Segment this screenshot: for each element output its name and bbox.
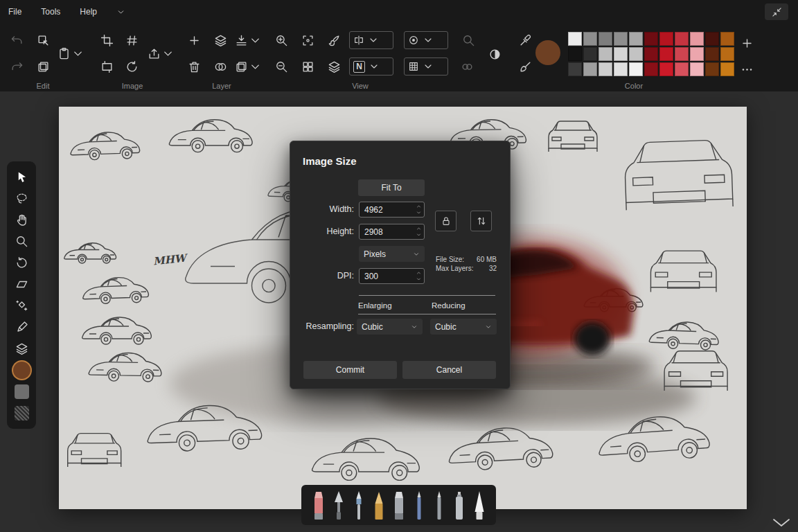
fine-liner-brush[interactable] bbox=[432, 490, 446, 522]
palette-swatch-1-8[interactable] bbox=[690, 47, 704, 61]
blend-layers-icon[interactable] bbox=[212, 58, 229, 75]
palette-swatch-0-4[interactable] bbox=[629, 32, 643, 46]
fit-to-button[interactable]: Fit To bbox=[358, 179, 425, 196]
select-tool[interactable] bbox=[12, 168, 31, 186]
palette-swatch-0-2[interactable] bbox=[598, 32, 612, 46]
expand-panel-button[interactable] bbox=[770, 517, 792, 529]
palette-swatch-1-7[interactable] bbox=[675, 47, 689, 61]
ink-pen-brush[interactable] bbox=[412, 490, 426, 522]
palette-swatch-2-3[interactable] bbox=[614, 62, 628, 76]
swap-dimensions-button[interactable] bbox=[470, 211, 492, 231]
copy-icon[interactable] bbox=[35, 32, 51, 48]
menu-collapse-chevron-icon[interactable] bbox=[116, 8, 125, 17]
chalk-brush[interactable] bbox=[372, 490, 386, 522]
adjust-tool[interactable] bbox=[12, 296, 31, 315]
palette-swatch-2-9[interactable] bbox=[705, 62, 719, 76]
zoom-out-icon[interactable] bbox=[273, 58, 290, 75]
search-icon[interactable] bbox=[460, 32, 477, 48]
flat-marker-brush[interactable] bbox=[392, 490, 406, 522]
layers-tool[interactable] bbox=[12, 339, 31, 358]
timelapse-record-button[interactable] bbox=[404, 31, 448, 49]
palette-swatch-2-10[interactable] bbox=[720, 62, 734, 76]
enlarging-dropdown[interactable]: Cubic bbox=[357, 319, 423, 335]
theme-toggle-icon[interactable] bbox=[486, 46, 503, 62]
width-input[interactable] bbox=[360, 202, 424, 217]
palette-options-icon[interactable] bbox=[738, 61, 755, 78]
transform-tool[interactable] bbox=[12, 275, 31, 294]
zoom-tool[interactable] bbox=[12, 232, 31, 251]
commit-button[interactable]: Commit bbox=[303, 361, 397, 379]
layers-view-icon[interactable] bbox=[326, 58, 342, 75]
paste-stack-icon[interactable] bbox=[35, 58, 51, 75]
menu-file[interactable]: File bbox=[8, 7, 21, 17]
color-grid-icon[interactable] bbox=[299, 58, 316, 75]
blend-mode-menu-button[interactable]: N bbox=[349, 57, 393, 76]
palette-swatch-1-4[interactable] bbox=[629, 47, 643, 61]
round-brush-brush[interactable] bbox=[352, 490, 366, 522]
redo-icon[interactable] bbox=[8, 58, 25, 75]
palette-swatch-0-3[interactable] bbox=[614, 32, 628, 46]
stroke-settings-icon[interactable] bbox=[517, 58, 533, 75]
airbrush-cone-brush[interactable] bbox=[472, 490, 486, 522]
flip-menu-button[interactable] bbox=[349, 31, 393, 49]
undo-icon[interactable] bbox=[8, 32, 25, 48]
delete-layer-icon[interactable] bbox=[186, 58, 202, 75]
lasso-tool[interactable] bbox=[12, 189, 31, 208]
units-dropdown[interactable]: Pixels bbox=[359, 246, 425, 262]
palette-swatch-0-0[interactable] bbox=[568, 32, 582, 46]
rotate-canvas-tool[interactable] bbox=[12, 254, 31, 272]
collapse-ui-button[interactable] bbox=[765, 3, 788, 20]
reducing-dropdown[interactable]: Cubic bbox=[430, 319, 497, 335]
active-color-tool[interactable] bbox=[12, 361, 31, 380]
crop-icon[interactable] bbox=[98, 32, 115, 48]
quick-brush-icon[interactable] bbox=[326, 32, 342, 48]
palette-swatch-1-2[interactable] bbox=[598, 47, 612, 61]
width-stepper[interactable] bbox=[416, 204, 422, 215]
palette-swatch-0-6[interactable] bbox=[659, 32, 673, 46]
canvas-grid-icon[interactable] bbox=[123, 32, 140, 48]
palette-swatch-0-8[interactable] bbox=[690, 32, 704, 46]
selection-frame-icon[interactable] bbox=[299, 32, 316, 48]
palette-swatch-1-9[interactable] bbox=[705, 47, 719, 61]
duplicate-layer-icon[interactable] bbox=[212, 32, 229, 48]
menu-tools[interactable]: Tools bbox=[41, 7, 60, 17]
zoom-in-icon[interactable] bbox=[273, 32, 290, 48]
palette-swatch-1-6[interactable] bbox=[659, 47, 673, 61]
palette-swatch-0-5[interactable] bbox=[644, 32, 658, 46]
height-stepper[interactable] bbox=[416, 226, 422, 238]
palette-swatch-0-10[interactable] bbox=[720, 32, 734, 46]
marker-red-brush[interactable] bbox=[312, 490, 326, 522]
cancel-button[interactable]: Cancel bbox=[402, 361, 496, 379]
palette-swatch-2-4[interactable] bbox=[629, 62, 643, 76]
palette-swatch-1-1[interactable] bbox=[583, 47, 597, 61]
menu-help[interactable]: Help bbox=[80, 7, 97, 17]
merge-menu-chevron-icon[interactable] bbox=[247, 32, 263, 48]
palette-swatch-2-0[interactable] bbox=[568, 62, 582, 76]
palette-swatch-2-6[interactable] bbox=[659, 62, 673, 76]
palette-swatch-1-10[interactable] bbox=[720, 47, 734, 61]
rotate-canvas-icon[interactable] bbox=[123, 58, 140, 75]
palette-swatch-2-2[interactable] bbox=[598, 62, 612, 76]
grid-menu-button[interactable] bbox=[404, 57, 448, 76]
export-menu-chevron-icon[interactable] bbox=[159, 45, 176, 62]
palette-knife-brush[interactable] bbox=[332, 490, 346, 522]
dpi-stepper[interactable] bbox=[416, 270, 422, 282]
linked-rings-icon[interactable] bbox=[459, 58, 475, 75]
add-swatch-icon[interactable] bbox=[738, 35, 755, 51]
palette-swatch-0-9[interactable] bbox=[705, 32, 719, 46]
palette-swatch-1-3[interactable] bbox=[614, 47, 628, 61]
height-input[interactable] bbox=[360, 224, 424, 239]
gray-swatch-tool[interactable] bbox=[12, 382, 31, 401]
add-layer-icon[interactable] bbox=[186, 32, 202, 48]
palette-swatch-1-5[interactable] bbox=[644, 47, 658, 61]
palette-swatch-1-0[interactable] bbox=[568, 47, 582, 61]
palette-swatch-2-7[interactable] bbox=[675, 62, 689, 76]
palette-swatch-2-5[interactable] bbox=[644, 62, 658, 76]
resize-icon[interactable] bbox=[98, 58, 115, 75]
dpi-input[interactable] bbox=[360, 269, 424, 283]
palette-swatch-0-1[interactable] bbox=[583, 32, 597, 46]
lock-aspect-button[interactable] bbox=[435, 211, 456, 231]
active-color-well[interactable] bbox=[535, 40, 560, 65]
texture-swatch-tool[interactable] bbox=[12, 404, 31, 423]
spray-can-brush[interactable] bbox=[452, 490, 466, 522]
